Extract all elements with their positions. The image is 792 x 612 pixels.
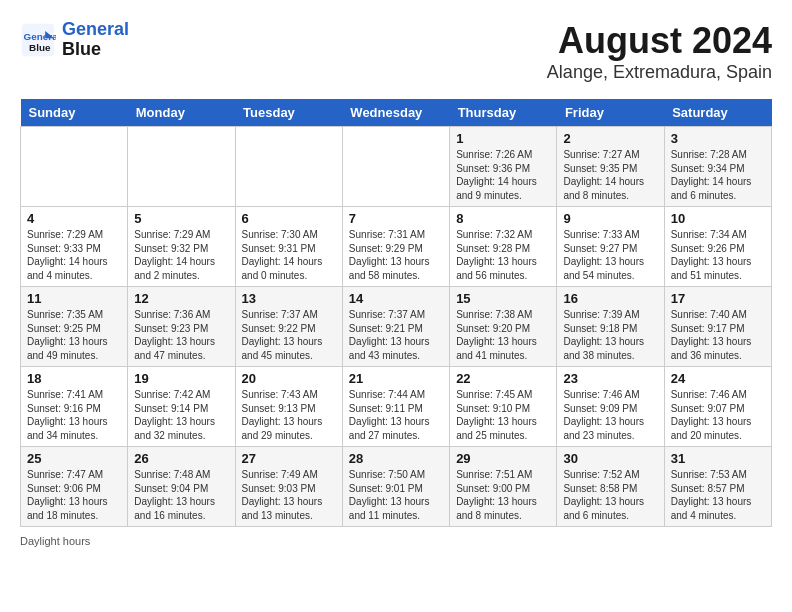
day-header-wednesday: Wednesday xyxy=(342,99,449,127)
calendar-cell: 18Sunrise: 7:41 AM Sunset: 9:16 PM Dayli… xyxy=(21,367,128,447)
svg-text:Blue: Blue xyxy=(29,42,51,53)
day-detail: Sunrise: 7:37 AM Sunset: 9:21 PM Dayligh… xyxy=(349,308,443,362)
calendar-cell: 8Sunrise: 7:32 AM Sunset: 9:28 PM Daylig… xyxy=(450,207,557,287)
day-detail: Sunrise: 7:38 AM Sunset: 9:20 PM Dayligh… xyxy=(456,308,550,362)
calendar-cell: 15Sunrise: 7:38 AM Sunset: 9:20 PM Dayli… xyxy=(450,287,557,367)
calendar-cell: 17Sunrise: 7:40 AM Sunset: 9:17 PM Dayli… xyxy=(664,287,771,367)
week-row-3: 11Sunrise: 7:35 AM Sunset: 9:25 PM Dayli… xyxy=(21,287,772,367)
calendar-cell: 29Sunrise: 7:51 AM Sunset: 9:00 PM Dayli… xyxy=(450,447,557,527)
day-number: 5 xyxy=(134,211,228,226)
day-number: 9 xyxy=(563,211,657,226)
footer-note: Daylight hours xyxy=(20,535,772,547)
calendar-cell: 24Sunrise: 7:46 AM Sunset: 9:07 PM Dayli… xyxy=(664,367,771,447)
day-number: 7 xyxy=(349,211,443,226)
day-detail: Sunrise: 7:49 AM Sunset: 9:03 PM Dayligh… xyxy=(242,468,336,522)
calendar-cell: 30Sunrise: 7:52 AM Sunset: 8:58 PM Dayli… xyxy=(557,447,664,527)
calendar-cell: 3Sunrise: 7:28 AM Sunset: 9:34 PM Daylig… xyxy=(664,127,771,207)
calendar-cell: 10Sunrise: 7:34 AM Sunset: 9:26 PM Dayli… xyxy=(664,207,771,287)
day-number: 26 xyxy=(134,451,228,466)
calendar-cell: 14Sunrise: 7:37 AM Sunset: 9:21 PM Dayli… xyxy=(342,287,449,367)
day-number: 8 xyxy=(456,211,550,226)
logo-icon: General Blue xyxy=(20,22,56,58)
day-detail: Sunrise: 7:42 AM Sunset: 9:14 PM Dayligh… xyxy=(134,388,228,442)
day-number: 19 xyxy=(134,371,228,386)
day-number: 28 xyxy=(349,451,443,466)
day-number: 29 xyxy=(456,451,550,466)
calendar-cell: 25Sunrise: 7:47 AM Sunset: 9:06 PM Dayli… xyxy=(21,447,128,527)
day-detail: Sunrise: 7:51 AM Sunset: 9:00 PM Dayligh… xyxy=(456,468,550,522)
day-number: 24 xyxy=(671,371,765,386)
day-detail: Sunrise: 7:30 AM Sunset: 9:31 PM Dayligh… xyxy=(242,228,336,282)
logo: General Blue GeneralBlue xyxy=(20,20,129,60)
calendar-cell: 20Sunrise: 7:43 AM Sunset: 9:13 PM Dayli… xyxy=(235,367,342,447)
calendar-cell: 5Sunrise: 7:29 AM Sunset: 9:32 PM Daylig… xyxy=(128,207,235,287)
day-detail: Sunrise: 7:44 AM Sunset: 9:11 PM Dayligh… xyxy=(349,388,443,442)
calendar-cell: 27Sunrise: 7:49 AM Sunset: 9:03 PM Dayli… xyxy=(235,447,342,527)
calendar-cell: 26Sunrise: 7:48 AM Sunset: 9:04 PM Dayli… xyxy=(128,447,235,527)
calendar-cell: 4Sunrise: 7:29 AM Sunset: 9:33 PM Daylig… xyxy=(21,207,128,287)
calendar-cell: 9Sunrise: 7:33 AM Sunset: 9:27 PM Daylig… xyxy=(557,207,664,287)
day-number: 15 xyxy=(456,291,550,306)
calendar-cell xyxy=(235,127,342,207)
day-number: 23 xyxy=(563,371,657,386)
week-row-1: 1Sunrise: 7:26 AM Sunset: 9:36 PM Daylig… xyxy=(21,127,772,207)
day-detail: Sunrise: 7:48 AM Sunset: 9:04 PM Dayligh… xyxy=(134,468,228,522)
day-detail: Sunrise: 7:28 AM Sunset: 9:34 PM Dayligh… xyxy=(671,148,765,202)
day-number: 27 xyxy=(242,451,336,466)
calendar-cell: 7Sunrise: 7:31 AM Sunset: 9:29 PM Daylig… xyxy=(342,207,449,287)
day-number: 21 xyxy=(349,371,443,386)
day-header-row: SundayMondayTuesdayWednesdayThursdayFrid… xyxy=(21,99,772,127)
calendar-cell: 6Sunrise: 7:30 AM Sunset: 9:31 PM Daylig… xyxy=(235,207,342,287)
day-detail: Sunrise: 7:37 AM Sunset: 9:22 PM Dayligh… xyxy=(242,308,336,362)
page-title: August 2024 xyxy=(547,20,772,62)
day-detail: Sunrise: 7:43 AM Sunset: 9:13 PM Dayligh… xyxy=(242,388,336,442)
calendar-cell: 12Sunrise: 7:36 AM Sunset: 9:23 PM Dayli… xyxy=(128,287,235,367)
header: General Blue GeneralBlue August 2024 Ala… xyxy=(20,20,772,83)
day-number: 14 xyxy=(349,291,443,306)
day-header-tuesday: Tuesday xyxy=(235,99,342,127)
day-detail: Sunrise: 7:29 AM Sunset: 9:32 PM Dayligh… xyxy=(134,228,228,282)
day-number: 10 xyxy=(671,211,765,226)
day-header-friday: Friday xyxy=(557,99,664,127)
page-subtitle: Alange, Extremadura, Spain xyxy=(547,62,772,83)
day-detail: Sunrise: 7:29 AM Sunset: 9:33 PM Dayligh… xyxy=(27,228,121,282)
day-number: 16 xyxy=(563,291,657,306)
day-detail: Sunrise: 7:41 AM Sunset: 9:16 PM Dayligh… xyxy=(27,388,121,442)
day-number: 3 xyxy=(671,131,765,146)
logo-name: GeneralBlue xyxy=(62,20,129,60)
calendar-cell: 2Sunrise: 7:27 AM Sunset: 9:35 PM Daylig… xyxy=(557,127,664,207)
day-number: 12 xyxy=(134,291,228,306)
day-detail: Sunrise: 7:36 AM Sunset: 9:23 PM Dayligh… xyxy=(134,308,228,362)
calendar-cell xyxy=(21,127,128,207)
day-header-saturday: Saturday xyxy=(664,99,771,127)
day-detail: Sunrise: 7:35 AM Sunset: 9:25 PM Dayligh… xyxy=(27,308,121,362)
day-number: 13 xyxy=(242,291,336,306)
day-number: 4 xyxy=(27,211,121,226)
day-detail: Sunrise: 7:47 AM Sunset: 9:06 PM Dayligh… xyxy=(27,468,121,522)
calendar-cell: 19Sunrise: 7:42 AM Sunset: 9:14 PM Dayli… xyxy=(128,367,235,447)
day-header-sunday: Sunday xyxy=(21,99,128,127)
day-number: 25 xyxy=(27,451,121,466)
day-number: 1 xyxy=(456,131,550,146)
calendar-cell: 28Sunrise: 7:50 AM Sunset: 9:01 PM Dayli… xyxy=(342,447,449,527)
day-number: 17 xyxy=(671,291,765,306)
day-detail: Sunrise: 7:40 AM Sunset: 9:17 PM Dayligh… xyxy=(671,308,765,362)
day-number: 30 xyxy=(563,451,657,466)
calendar-cell: 16Sunrise: 7:39 AM Sunset: 9:18 PM Dayli… xyxy=(557,287,664,367)
day-detail: Sunrise: 7:52 AM Sunset: 8:58 PM Dayligh… xyxy=(563,468,657,522)
day-detail: Sunrise: 7:39 AM Sunset: 9:18 PM Dayligh… xyxy=(563,308,657,362)
calendar-cell xyxy=(128,127,235,207)
day-number: 22 xyxy=(456,371,550,386)
calendar-cell xyxy=(342,127,449,207)
day-detail: Sunrise: 7:45 AM Sunset: 9:10 PM Dayligh… xyxy=(456,388,550,442)
day-detail: Sunrise: 7:50 AM Sunset: 9:01 PM Dayligh… xyxy=(349,468,443,522)
day-detail: Sunrise: 7:53 AM Sunset: 8:57 PM Dayligh… xyxy=(671,468,765,522)
day-detail: Sunrise: 7:34 AM Sunset: 9:26 PM Dayligh… xyxy=(671,228,765,282)
week-row-4: 18Sunrise: 7:41 AM Sunset: 9:16 PM Dayli… xyxy=(21,367,772,447)
day-number: 18 xyxy=(27,371,121,386)
title-block: August 2024 Alange, Extremadura, Spain xyxy=(547,20,772,83)
calendar-cell: 23Sunrise: 7:46 AM Sunset: 9:09 PM Dayli… xyxy=(557,367,664,447)
day-number: 2 xyxy=(563,131,657,146)
day-detail: Sunrise: 7:46 AM Sunset: 9:07 PM Dayligh… xyxy=(671,388,765,442)
day-detail: Sunrise: 7:26 AM Sunset: 9:36 PM Dayligh… xyxy=(456,148,550,202)
